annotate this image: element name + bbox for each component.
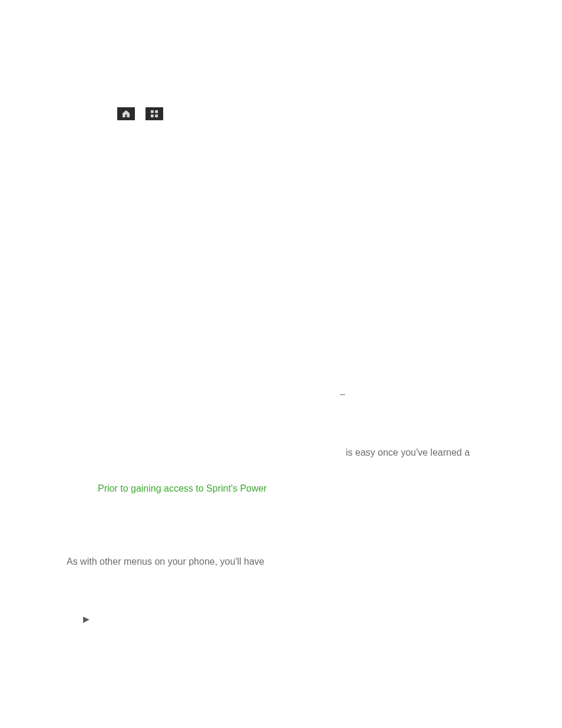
svg-rect-2	[151, 114, 154, 117]
svg-rect-1	[155, 110, 158, 113]
text-fragment-dash: –	[340, 389, 345, 400]
text-fragment-easy: is easy once you've learned a	[346, 447, 470, 458]
svg-rect-0	[151, 110, 154, 113]
apps-icon	[146, 107, 163, 120]
text-fragment-aswith: As with other menus on your phone, you'l…	[67, 556, 265, 567]
text-fragment-prior: Prior to gaining access to Sprint's Powe…	[98, 483, 267, 494]
home-icon	[117, 107, 135, 120]
svg-rect-3	[155, 114, 158, 117]
arrow-icon: ▶	[83, 614, 90, 624]
